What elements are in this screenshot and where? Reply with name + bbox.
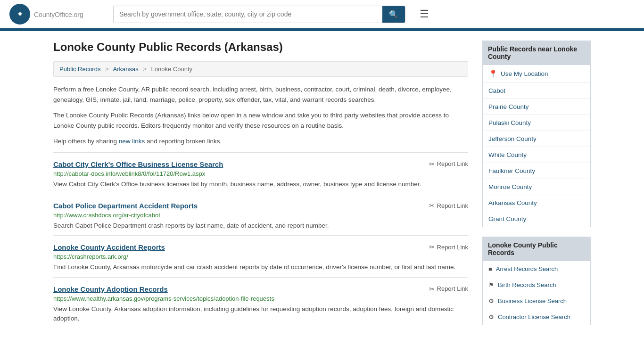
location-icon: 📍: [488, 69, 498, 78]
nearby-link-8[interactable]: Grant County: [488, 215, 526, 222]
rec-icon-1: ⚑: [488, 281, 494, 288]
main-container: Lonoke County Public Records (Arkansas) …: [44, 31, 600, 344]
nearby-title: Public Records near Lonoke County: [482, 41, 591, 65]
nearby-link-3[interactable]: Jefferson County: [488, 135, 537, 142]
records-list: Cabot City Clerk's Office Business Licen…: [53, 152, 468, 328]
use-my-location[interactable]: 📍 Use My Location: [483, 65, 590, 83]
record-url-0[interactable]: http://cabotar-docs.info/weblink8/0/fol/…: [53, 170, 468, 177]
logo-area: ✦ CountyOffice.org: [9, 4, 104, 25]
record-link-label-1[interactable]: Birth Records Search: [498, 281, 556, 288]
nearby-link-5[interactable]: Faulkner County: [488, 167, 535, 174]
record-desc-2: Find Lonoke County, Arkansas motorcycle …: [53, 263, 468, 272]
nearby-item-7[interactable]: Arkansas County: [483, 195, 590, 211]
rec-icon-0: ■: [488, 265, 492, 272]
report-link-0[interactable]: ✂ Report Link: [429, 160, 468, 168]
nearby-items-container: CabotPrairie CountyPulaski CountyJeffers…: [483, 83, 590, 227]
record-links-container: ■ Arrest Records Search ⚑ Birth Records …: [483, 261, 590, 325]
description-3: Help others by sharing new links and rep…: [53, 136, 468, 147]
record-url-1[interactable]: http://www.crashdocs.org/ar-cityofcabot: [53, 212, 468, 219]
breadcrumb-current: Lonoke County: [151, 66, 192, 73]
rec-icon-3: ⚙: [488, 313, 494, 321]
description-1: Perform a free Lonoke County, AR public …: [53, 84, 468, 105]
record-title-1[interactable]: Cabot Police Department Accident Reports: [53, 202, 198, 210]
records-sidebar-list: ■ Arrest Records Search ⚑ Birth Records …: [482, 261, 591, 325]
nearby-link-7[interactable]: Arkansas County: [488, 199, 537, 206]
nearby-item-3[interactable]: Jefferson County: [483, 131, 590, 147]
record-item: Lonoke County Accident Reports ✂ Report …: [53, 235, 468, 277]
site-header: ✦ CountyOffice.org 🔍 ☰: [0, 0, 644, 30]
record-title-0[interactable]: Cabot City Clerk's Office Business Licen…: [53, 160, 223, 168]
nearby-link-0[interactable]: Cabot: [488, 87, 505, 94]
records-sidebar-title: Lonoke County Public Records: [482, 237, 591, 261]
breadcrumb: Public Records > Arkansas > Lonoke Count…: [53, 61, 468, 77]
record-item: Lonoke County Adoption Records ✂ Report …: [53, 277, 468, 329]
public-records-section: Lonoke County Public Records ■ Arrest Re…: [482, 237, 591, 325]
search-bar: 🔍: [113, 6, 405, 23]
record-url-2[interactable]: https://crashreports.ark.org/: [53, 253, 468, 260]
nearby-item-0[interactable]: Cabot: [483, 83, 590, 99]
description-2: The Lonoke County Public Records (Arkans…: [53, 110, 468, 131]
record-desc-1: Search Cabot Police Department crash rep…: [53, 221, 468, 230]
nearby-link-2[interactable]: Pulaski County: [488, 119, 531, 126]
record-link-2[interactable]: ⚙ Business License Search: [483, 293, 590, 309]
logo-icon: ✦: [9, 4, 30, 25]
record-desc-0: View Cabot City Clerk's Office business …: [53, 180, 468, 189]
record-item: Cabot City Clerk's Office Business Licen…: [53, 152, 468, 194]
sidebar: Public Records near Lonoke County 📍 Use …: [482, 41, 591, 335]
nearby-item-1[interactable]: Prairie County: [483, 99, 590, 115]
search-input[interactable]: [114, 6, 382, 23]
report-icon-0: ✂: [429, 160, 435, 168]
search-button[interactable]: 🔍: [382, 6, 405, 23]
nearby-section: Public Records near Lonoke County 📍 Use …: [482, 41, 591, 227]
breadcrumb-arkansas[interactable]: Arkansas: [113, 66, 139, 73]
hamburger-menu[interactable]: ☰: [420, 8, 429, 20]
record-item: Cabot Police Department Accident Reports…: [53, 194, 468, 235]
record-link-label-3[interactable]: Contractor License Search: [498, 313, 570, 321]
nearby-link-4[interactable]: White County: [488, 151, 527, 158]
record-link-label-2[interactable]: Business License Search: [498, 297, 567, 304]
nearby-list: 📍 Use My Location CabotPrairie CountyPul…: [482, 65, 591, 227]
nearby-item-5[interactable]: Faulkner County: [483, 163, 590, 179]
nearby-item-4[interactable]: White County: [483, 147, 590, 163]
nearby-link-1[interactable]: Prairie County: [488, 103, 529, 110]
record-link-1[interactable]: ⚑ Birth Records Search: [483, 277, 590, 293]
page-title: Lonoke County Public Records (Arkansas): [53, 41, 468, 54]
report-link-2[interactable]: ✂ Report Link: [429, 243, 468, 251]
nearby-item-8[interactable]: Grant County: [483, 211, 590, 227]
record-link-label-0[interactable]: Arrest Records Search: [496, 265, 558, 272]
report-link-3[interactable]: ✂ Report Link: [429, 285, 468, 293]
record-desc-3: View Lonoke County, Arkansas adoption in…: [53, 304, 468, 324]
nearby-item-6[interactable]: Monroe County: [483, 179, 590, 195]
record-url-3[interactable]: https://www.healthy.arkansas.gov/program…: [53, 295, 468, 302]
rec-icon-2: ⚙: [488, 297, 494, 304]
report-icon-1: ✂: [429, 202, 435, 209]
record-link-0[interactable]: ■ Arrest Records Search: [483, 261, 590, 277]
breadcrumb-public-records[interactable]: Public Records: [59, 66, 100, 73]
record-title-2[interactable]: Lonoke County Accident Reports: [53, 243, 165, 251]
logo-text: CountyOffice.org: [34, 9, 83, 19]
report-link-1[interactable]: ✂ Report Link: [429, 202, 468, 209]
report-icon-3: ✂: [429, 285, 435, 293]
new-links-link[interactable]: new links: [119, 138, 145, 145]
use-location-link[interactable]: Use My Location: [501, 70, 548, 77]
report-icon-2: ✂: [429, 243, 435, 251]
content-area: Lonoke County Public Records (Arkansas) …: [53, 41, 468, 335]
record-link-3[interactable]: ⚙ Contractor License Search: [483, 309, 590, 325]
record-title-3[interactable]: Lonoke County Adoption Records: [53, 285, 168, 293]
nearby-link-6[interactable]: Monroe County: [488, 183, 532, 190]
nearby-item-2[interactable]: Pulaski County: [483, 115, 590, 131]
